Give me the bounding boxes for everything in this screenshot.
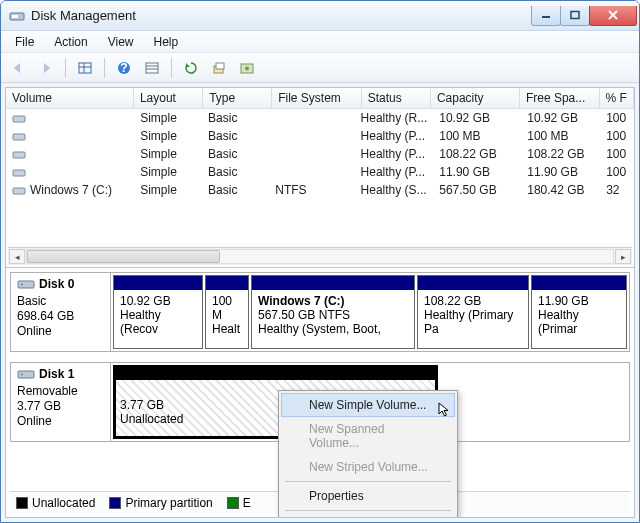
toolbar-refresh-icon[interactable] <box>180 57 202 79</box>
disk-1-size: 3.77 GB <box>17 399 104 413</box>
separator <box>104 58 105 78</box>
toolbar-properties-icon[interactable] <box>208 57 230 79</box>
disk-1-title: Disk 1 <box>39 367 74 381</box>
scroll-right-button[interactable]: ▸ <box>615 249 631 264</box>
column-header[interactable]: Type <box>203 88 272 109</box>
ctx-help[interactable]: Help <box>281 513 455 517</box>
column-header[interactable]: Volume <box>6 88 133 109</box>
menu-action[interactable]: Action <box>46 33 95 51</box>
disk-management-window: Disk Management File Action View Help ? … <box>0 0 640 523</box>
menu-help[interactable]: Help <box>146 33 187 51</box>
titlebar[interactable]: Disk Management <box>1 1 639 31</box>
toolbar-settings-icon[interactable] <box>236 57 258 79</box>
toolbar-list-icon[interactable] <box>141 57 163 79</box>
ctx-new-striped-volume: New Striped Volume... <box>281 455 455 479</box>
separator <box>285 481 451 482</box>
svg-rect-6 <box>79 63 91 73</box>
legend-unallocated: Unallocated <box>16 496 95 510</box>
disk-0-title: Disk 0 <box>39 277 74 291</box>
horizontal-scrollbar[interactable]: ◂ ▸ <box>8 247 632 265</box>
graphical-view: Disk 0 Basic 698.64 GB Online 10.92 GBHe… <box>6 268 634 517</box>
column-header[interactable]: Status <box>361 88 430 109</box>
legend-primary: Primary partition <box>109 496 212 510</box>
scroll-track[interactable] <box>26 249 614 264</box>
partition-system[interactable]: Windows 7 (C:)567.50 GB NTFSHealthy (Sys… <box>251 275 415 349</box>
disk-0-state: Online <box>17 324 104 338</box>
svg-rect-1 <box>12 15 18 18</box>
ctx-new-simple-volume[interactable]: New Simple Volume... <box>281 393 455 417</box>
table-row[interactable]: SimpleBasicHealthy (P...108.22 GB108.22 … <box>6 145 634 163</box>
toolbar: ? <box>1 53 639 83</box>
separator <box>285 510 451 511</box>
table-row[interactable]: SimpleBasicHealthy (R...10.92 GB10.92 GB… <box>6 109 634 127</box>
disk-0-label[interactable]: Disk 0 Basic 698.64 GB Online <box>11 273 111 351</box>
svg-point-26 <box>21 374 23 376</box>
table-row[interactable]: SimpleBasicHealthy (P...11.90 GB11.90 GB… <box>6 163 634 181</box>
column-header[interactable]: File System <box>272 88 362 109</box>
partition[interactable]: 108.22 GBHealthy (Primary Pa <box>417 275 529 349</box>
column-header[interactable]: Capacity <box>430 88 519 109</box>
legend-extended: E <box>227 496 251 510</box>
table-row[interactable]: SimpleBasicHealthy (P...100 MB100 MB100 <box>6 127 634 145</box>
disk-icon <box>17 367 35 381</box>
disk-0-kind: Basic <box>17 294 104 308</box>
volume-list: VolumeLayoutTypeFile SystemStatusCapacit… <box>6 88 634 268</box>
menu-file[interactable]: File <box>7 33 42 51</box>
context-menu: New Simple Volume... New Spanned Volume.… <box>278 390 458 517</box>
close-button[interactable] <box>589 6 637 26</box>
menu-view[interactable]: View <box>100 33 142 51</box>
disk-1-state: Online <box>17 414 104 428</box>
svg-rect-22 <box>13 188 25 194</box>
scroll-thumb[interactable] <box>27 250 220 263</box>
svg-rect-20 <box>13 152 25 158</box>
svg-rect-19 <box>13 134 25 140</box>
separator <box>171 58 172 78</box>
back-button[interactable] <box>7 57 29 79</box>
svg-point-24 <box>21 284 23 286</box>
separator <box>65 58 66 78</box>
svg-point-17 <box>245 66 249 70</box>
disk-0-row: Disk 0 Basic 698.64 GB Online 10.92 GBHe… <box>10 272 630 352</box>
svg-rect-3 <box>571 12 579 19</box>
ctx-new-spanned-volume: New Spanned Volume... <box>281 417 455 455</box>
toolbar-view-icon[interactable] <box>74 57 96 79</box>
svg-rect-25 <box>18 371 34 378</box>
window-title: Disk Management <box>31 8 532 23</box>
column-header[interactable]: Layout <box>133 88 202 109</box>
svg-text:?: ? <box>120 61 127 75</box>
mouse-cursor-icon <box>438 402 454 418</box>
svg-rect-11 <box>146 63 158 73</box>
svg-rect-21 <box>13 170 25 176</box>
minimize-button[interactable] <box>531 6 561 26</box>
svg-rect-15 <box>216 63 224 69</box>
forward-button[interactable] <box>35 57 57 79</box>
disk-1-label[interactable]: Disk 1 Removable 3.77 GB Online <box>11 363 111 441</box>
disk-0-size: 698.64 GB <box>17 309 104 323</box>
content-area: VolumeLayoutTypeFile SystemStatusCapacit… <box>5 87 635 518</box>
menubar: File Action View Help <box>1 31 639 53</box>
column-header[interactable]: % F <box>599 88 633 109</box>
svg-rect-23 <box>18 281 34 288</box>
ctx-properties[interactable]: Properties <box>281 484 455 508</box>
partition[interactable]: 100 MHealt <box>205 275 249 349</box>
maximize-button[interactable] <box>560 6 590 26</box>
toolbar-help-icon[interactable]: ? <box>113 57 135 79</box>
partition[interactable]: 10.92 GBHealthy (Recov <box>113 275 203 349</box>
scroll-left-button[interactable]: ◂ <box>9 249 25 264</box>
disk-icon <box>17 277 35 291</box>
disk-1-kind: Removable <box>17 384 104 398</box>
app-icon <box>9 8 25 24</box>
partition[interactable]: 11.90 GBHealthy (Primar <box>531 275 627 349</box>
table-row[interactable]: Windows 7 (C:)SimpleBasicNTFSHealthy (S.… <box>6 181 634 199</box>
column-header[interactable]: Free Spa... <box>519 88 599 109</box>
svg-rect-18 <box>13 116 25 122</box>
